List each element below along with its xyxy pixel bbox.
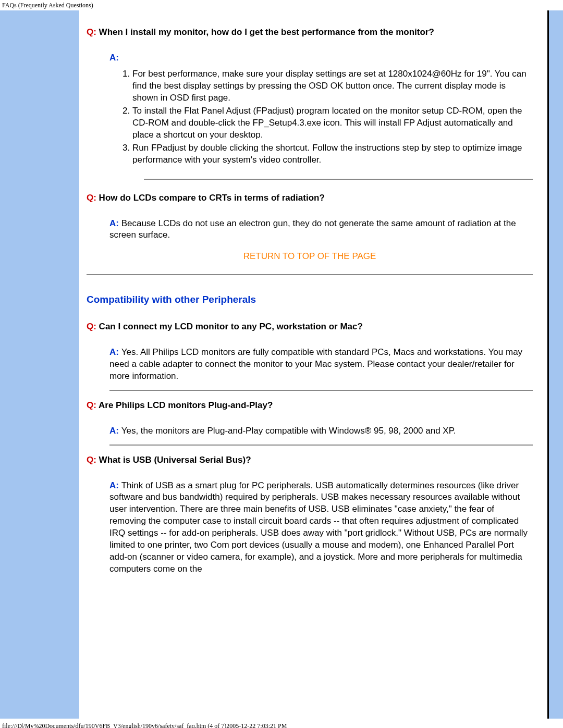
question-3: Q: Can I connect my LCD monitor to any P… — [87, 321, 533, 333]
question-1: Q: When I install my monitor, how do I g… — [87, 27, 533, 39]
answer-1-step-3: Run FPadjust by double clicking the shor… — [132, 142, 533, 166]
divider — [87, 274, 533, 275]
divider — [109, 445, 533, 446]
question-5-text: What is USB (Universal Serial Bus)? — [99, 455, 251, 465]
a-label: A: — [109, 480, 121, 490]
section-heading-compatibility: Compatibility with other Peripherals — [87, 293, 533, 306]
divider — [109, 390, 533, 391]
question-1-text: When I install my monitor, how do I get … — [99, 27, 434, 37]
a-label: A: — [109, 426, 121, 436]
page-header: FAQs (Frequently Asked Questions) — [0, 0, 563, 10]
question-4: Q: Are Philips LCD monitors Plug-and-Pla… — [87, 400, 533, 412]
a-label: A: — [109, 53, 119, 63]
question-2-text: How do LCDs compare to CRTs in terms of … — [99, 193, 325, 203]
question-3-text: Can I connect my LCD monitor to any PC, … — [99, 322, 363, 331]
answer-1-list: For best performance, make sure your dis… — [109, 68, 533, 166]
q-label: Q: — [87, 400, 99, 410]
divider — [144, 179, 533, 180]
answer-1: A: For best performance, make sure your … — [109, 52, 533, 166]
answer-1-step-2: To install the Flat Panel Adjust (FPadju… — [132, 105, 533, 141]
answer-4: A: Yes, the monitors are Plug-and-Play c… — [109, 425, 533, 437]
answer-2-text: Because LCDs do not use an electron gun,… — [109, 218, 516, 240]
q-label: Q: — [87, 322, 99, 331]
content-area: Q: When I install my monitor, how do I g… — [79, 10, 549, 719]
answer-5: A: Think of USB as a smart plug for PC p… — [109, 480, 533, 576]
return-to-top-link[interactable]: RETURN TO TOP OF THE PAGE — [87, 251, 533, 263]
q-label: Q: — [87, 193, 99, 203]
q-label: Q: — [87, 455, 99, 465]
question-4-text: Are Philips LCD monitors Plug-and-Play? — [99, 400, 273, 410]
a-label: A: — [109, 218, 121, 228]
question-5: Q: What is USB (Universal Serial Bus)? — [87, 454, 533, 466]
answer-2: A: Because LCDs do not use an electron g… — [109, 218, 533, 242]
answer-3-text: Yes. All Philips LCD monitors are fully … — [109, 347, 522, 381]
question-2: Q: How do LCDs compare to CRTs in terms … — [87, 192, 533, 204]
footer-path: file:///D|/My%20Documents/dfu/190V6FB_V3… — [0, 719, 563, 728]
page-background: Q: When I install my monitor, how do I g… — [0, 10, 563, 719]
a-label: A: — [109, 347, 121, 357]
answer-3: A: Yes. All Philips LCD monitors are ful… — [109, 347, 533, 382]
q-label: Q: — [87, 27, 99, 37]
answer-1-step-1: For best performance, make sure your dis… — [132, 68, 533, 104]
answer-4-text: Yes, the monitors are Plug-and-Play comp… — [121, 426, 456, 436]
answer-5-text: Think of USB as a smart plug for PC peri… — [109, 480, 528, 574]
